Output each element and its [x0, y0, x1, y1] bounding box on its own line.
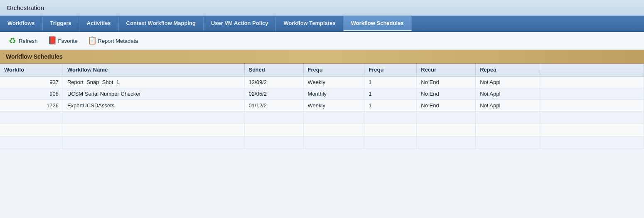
table-header-row: Workflo Workflow Name Sched Frequ Frequ … [0, 64, 644, 76]
app-title-text: Orchestration [7, 4, 44, 11]
report-metadata-label: Report Metadata [98, 38, 138, 44]
nav-tabs: Workflows Triggers Activities Context Wo… [0, 16, 644, 32]
col-scheduled-date: Sched [244, 64, 303, 76]
tab-triggers[interactable]: Triggers [43, 16, 79, 31]
tab-context-workflow-mapping[interactable]: Context Workflow Mapping [119, 16, 204, 31]
col-recurrence: Recur [417, 64, 476, 76]
content-area: Workflow Schedules Workflo Workflow Name… [0, 50, 644, 149]
tab-workflows[interactable]: Workflows [0, 16, 43, 31]
col-workflow-id: Workflo [0, 64, 63, 76]
section-title: Workflow Schedules [6, 53, 63, 60]
table-row[interactable]: 908UCSM Serial Number Checker02/05/2Mont… [0, 88, 644, 100]
table-empty-row [0, 124, 644, 136]
col-workflow-name: Workflow Name [63, 64, 244, 76]
favorite-icon: 📕 [48, 37, 56, 45]
report-metadata-button[interactable]: 📋 Report Metadata [84, 35, 143, 47]
tab-workflow-templates[interactable]: Workflow Templates [276, 16, 343, 31]
favorite-button[interactable]: 📕 Favorite [44, 35, 82, 47]
favorite-label: Favorite [58, 38, 78, 44]
tab-activities[interactable]: Activities [79, 16, 119, 31]
table-empty-row [0, 111, 644, 124]
refresh-label: Refresh [19, 38, 38, 44]
col-frequency-value: Frequ [364, 64, 417, 76]
refresh-icon: ♻ [8, 37, 17, 45]
tab-workflow-schedules[interactable]: Workflow Schedules [344, 16, 412, 31]
report-metadata-icon: 📋 [88, 37, 96, 45]
toolbar: ♻ Refresh 📕 Favorite 📋 Report Metadata [0, 32, 644, 50]
workflow-schedules-table: Workflo Workflow Name Sched Frequ Frequ … [0, 64, 644, 149]
col-repeat: Repea [476, 64, 540, 76]
section-header: Workflow Schedules [0, 50, 644, 64]
table-empty-row [0, 136, 644, 149]
col-extra [540, 64, 644, 76]
tab-user-vm-action-policy[interactable]: User VM Action Policy [204, 16, 276, 31]
refresh-button[interactable]: ♻ Refresh [4, 35, 42, 47]
table-row[interactable]: 1726ExportUCSDAssets01/12/2Weekly1No End… [0, 100, 644, 111]
table-row[interactable]: 937Report_Snap_Shot_112/09/2Weekly1No En… [0, 76, 644, 88]
col-frequency-type: Frequ [303, 64, 364, 76]
app-title: Orchestration [0, 0, 644, 16]
